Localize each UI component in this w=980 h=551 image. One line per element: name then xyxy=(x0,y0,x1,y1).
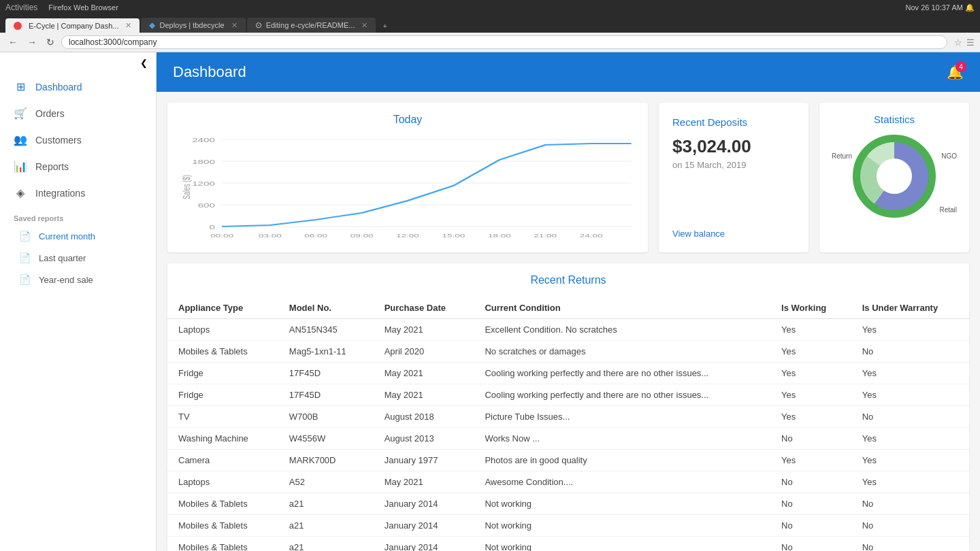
table-cell: April 2020 xyxy=(374,341,474,363)
sidebar-sub-label-1: Current month xyxy=(39,231,95,241)
col-condition: Current Condition xyxy=(474,297,770,319)
dashboard-icon: ⊞ xyxy=(14,80,27,93)
returns-table-card: Recent Returns Appliance Type Model No. … xyxy=(167,263,969,551)
sidebar-item-dashboard[interactable]: ⊞ Dashboard xyxy=(0,73,156,100)
svg-text:24:00: 24:00 xyxy=(580,233,603,239)
sidebar-collapse[interactable]: ❮ xyxy=(0,52,156,73)
table-cell: A52 xyxy=(278,471,374,493)
report-icon-2: 📄 xyxy=(19,252,31,263)
table-cell: Yes xyxy=(851,450,969,471)
table-row: Fridge17F45DMay 2021Cooling working perf… xyxy=(167,363,969,384)
table-cell: Awesome Condition.... xyxy=(474,471,770,493)
browser-chrome: Activities Firefox Web Browser Nov 26 10… xyxy=(0,0,980,52)
table-row: TVW700BAugust 2018Picture Tube Issues...… xyxy=(167,406,969,428)
back-button[interactable]: ← xyxy=(5,35,20,49)
table-cell: Excellent Condition. No scratches xyxy=(474,319,770,341)
ngo-label: NGO xyxy=(941,152,957,160)
browser-name: Firefox Web Browser xyxy=(48,3,118,12)
tab-deploys[interactable]: ◆ Deploys | tbdecycle ✕ xyxy=(141,18,245,33)
table-cell: May 2021 xyxy=(374,384,474,406)
new-tab-button[interactable]: + xyxy=(377,19,392,33)
table-cell: Yes xyxy=(770,450,851,471)
collapse-icon[interactable]: ❮ xyxy=(140,58,148,68)
sidebar-sub-year-end[interactable]: 📄 Year-end sale xyxy=(0,269,156,290)
tab-ecycle[interactable]: E-Cycle | Company Dash... ✕ xyxy=(5,18,140,33)
bookmark-icon[interactable]: ☆ xyxy=(954,37,962,48)
deposits-date: on 15 March, 2019 xyxy=(672,160,795,170)
integrations-icon: ◈ xyxy=(14,186,27,199)
table-cell: Laptops xyxy=(167,471,278,493)
table-cell: No xyxy=(851,406,969,428)
table-row: Mobiles & Tabletsa21January 2014Not work… xyxy=(167,537,969,552)
table-cell: Photos are in good quality xyxy=(474,450,770,471)
table-row: CameraMARK700DJanuary 1977Photos are in … xyxy=(167,450,969,471)
forward-button[interactable]: → xyxy=(24,35,39,49)
table-row: LaptopsA52May 2021Awesome Condition....N… xyxy=(167,471,969,493)
sidebar-item-integrations[interactable]: ◈ Integrations xyxy=(0,180,156,206)
donut-chart: Return NGO Retail xyxy=(830,132,958,220)
table-cell: Fridge xyxy=(167,363,278,384)
table-cell: Yes xyxy=(770,319,851,341)
table-cell: a21 xyxy=(278,537,374,552)
table-cell: August 2013 xyxy=(374,428,474,450)
report-icon-1: 📄 xyxy=(19,231,31,241)
close-icon3[interactable]: ✕ xyxy=(361,21,368,30)
table-cell: No xyxy=(851,515,969,537)
table-cell: Mobiles & Tablets xyxy=(167,341,278,363)
sidebar-sub-label-2: Last quarter xyxy=(39,253,86,263)
table-row: Mobiles & TabletsMag5-1xn1-11April 2020N… xyxy=(167,341,969,363)
statistics-title: Statistics xyxy=(830,114,958,125)
view-balance-link[interactable]: View balance xyxy=(672,229,795,239)
table-cell: No xyxy=(770,493,851,515)
svg-text:18:00: 18:00 xyxy=(488,233,511,239)
retail-label: Retail xyxy=(939,206,957,214)
table-cell: Yes xyxy=(851,363,969,384)
table-cell: No xyxy=(770,537,851,552)
url-bar[interactable]: localhost:3000/company xyxy=(61,35,947,49)
donut-svg xyxy=(847,132,942,220)
table-cell: No xyxy=(851,537,969,552)
sidebar-item-customers[interactable]: 👥 Customers xyxy=(0,127,156,153)
returns-table: Appliance Type Model No. Purchase Date C… xyxy=(167,297,969,551)
table-cell: Yes xyxy=(770,341,851,363)
svg-text:21:00: 21:00 xyxy=(534,233,557,239)
table-cell: Yes xyxy=(770,363,851,384)
table-cell: Not working xyxy=(474,537,770,552)
sidebar-item-reports[interactable]: 📊 Reports xyxy=(0,153,156,180)
svg-text:2400: 2400 xyxy=(192,137,215,144)
datetime: Nov 26 10:37 AM 🔔 xyxy=(906,3,975,12)
svg-text:03:00: 03:00 xyxy=(259,233,282,239)
table-cell: a21 xyxy=(278,515,374,537)
close-icon[interactable]: ✕ xyxy=(125,21,131,30)
table-cell: January 2014 xyxy=(374,537,474,552)
col-purchase-date: Purchase Date xyxy=(374,297,474,319)
close-icon2[interactable]: ✕ xyxy=(231,21,238,30)
table-header: Appliance Type Model No. Purchase Date C… xyxy=(167,297,969,319)
table-cell: Yes xyxy=(770,406,851,428)
page-title: Dashboard xyxy=(173,63,246,81)
cards-row: Today 2400 1800 1200 600 0 Sales ($) xyxy=(157,92,980,263)
sidebar-sub-current-month[interactable]: 📄 Current month xyxy=(0,225,156,247)
tab-github[interactable]: ⊙ Editing e-cycle/README... ✕ xyxy=(247,18,376,33)
table-cell: W4556W xyxy=(278,428,374,450)
table-cell: MARK700D xyxy=(278,450,374,471)
menu-icon[interactable]: ☰ xyxy=(966,37,975,48)
table-cell: Yes xyxy=(851,428,969,450)
svg-text:09:00: 09:00 xyxy=(350,233,374,239)
customers-icon: 👥 xyxy=(14,133,27,146)
browser-nav: ← → ↻ localhost:3000/company ☆ ☰ xyxy=(0,33,980,52)
sidebar-sub-last-quarter[interactable]: 📄 Last quarter xyxy=(0,247,156,269)
table-cell: 17F45D xyxy=(278,363,374,384)
svg-text:06:00: 06:00 xyxy=(304,233,327,239)
table-cell: May 2021 xyxy=(374,471,474,493)
table-row: LaptopsAN515N345May 2021Excellent Condit… xyxy=(167,319,969,341)
table-cell: TV xyxy=(167,406,278,428)
sidebar-item-orders[interactable]: 🛒 Orders xyxy=(0,100,156,127)
table-cell: January 1977 xyxy=(374,450,474,471)
os-menu: Activities xyxy=(5,3,37,12)
table-cell: Mag5-1xn1-11 xyxy=(278,341,374,363)
notification-bell[interactable]: 🔔 4 xyxy=(947,64,964,80)
svg-text:1200: 1200 xyxy=(192,180,215,187)
tab-label2: Deploys | tbdecycle xyxy=(159,21,224,29)
reload-button[interactable]: ↻ xyxy=(44,35,57,49)
